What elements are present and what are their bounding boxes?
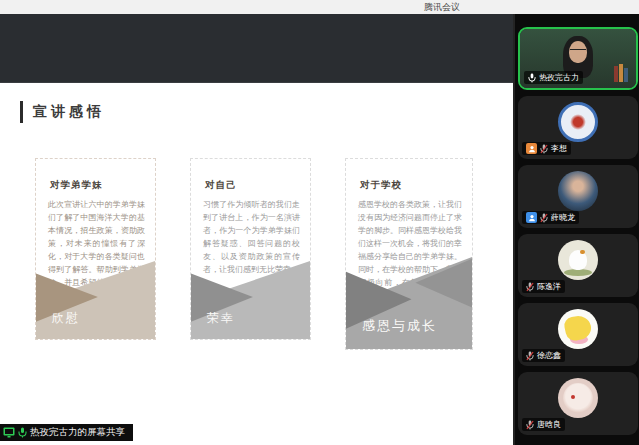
avatar-duck [558,240,598,280]
card-title: 对于学校 [360,179,402,192]
avatar-school-emblem [558,102,598,142]
slide-title: 宣讲感悟 [33,103,105,121]
mic-muted-icon [526,282,534,292]
card-artwork: 荣幸 [191,261,310,339]
share-banner-text: 热孜完古力的屏幕共享 [30,426,125,439]
slide-title-block: 宣讲感悟 [20,101,105,123]
name-pill: 热孜完古力 [524,71,583,84]
participant-name: 陈逸洋 [537,281,561,292]
meeting-window: 腾讯会议 宣讲感悟 对学弟学妹 此次宣讲让六中的学弟学妹们了解了中国海洋大学的基… [0,0,639,445]
participant-tile[interactable]: 唐晗良 [518,372,638,435]
participant-tile[interactable]: 热孜完古力 [518,27,638,90]
mic-on-icon [528,73,536,83]
name-pill: 薛晓龙 [522,211,579,224]
participant-name: 唐晗良 [537,419,561,430]
name-pill: 李想 [522,142,571,155]
card-title: 对自己 [205,179,237,192]
mic-muted-icon [526,351,534,361]
participant-name: 李想 [551,143,567,154]
card-title: 对学弟学妹 [50,179,103,192]
participants-sidebar[interactable]: 热孜完古力 李想 [513,14,639,445]
participant-tile[interactable]: 李想 [518,96,638,159]
card-artwork: 欣慰 [36,261,155,339]
card-keyword: 感恩与成长 [362,317,437,335]
card-keyword: 荣幸 [207,310,235,327]
participant-tile[interactable]: 薛晓龙 [518,165,638,228]
name-pill: 徐恋鑫 [522,349,565,362]
slide-card-juniors: 对学弟学妹 此次宣讲让六中的学弟学妹们了解了中国海洋大学的基本情况，招生政策，资… [35,158,156,340]
mic-muted-icon [540,144,548,154]
title-accent-bar [20,101,23,123]
presentation-letterbox [0,14,513,83]
avatar-photo [558,171,598,211]
mic-active-icon [18,427,27,438]
presentation-slide: 宣讲感悟 对学弟学妹 此次宣讲让六中的学弟学妹们了解了中国海洋大学的基本情况，招… [0,83,513,445]
avatar-star-character [558,309,598,349]
participant-tile[interactable]: 陈逸洋 [518,234,638,297]
participant-name: 热孜完古力 [539,72,579,83]
window-titlebar: 腾讯会议 [0,0,639,14]
screen-share-icon [3,427,15,438]
app-title: 腾讯会议 [424,1,460,14]
cohost-badge-icon [526,212,537,223]
screen-share-banner: 热孜完古力的屏幕共享 [0,424,133,441]
slide-card-school: 对于学校 感恩学校的各类政策，让我们没有因为经济问题而停止了求学的脚步。同样感恩… [345,158,473,350]
mic-muted-icon [540,213,548,223]
mic-muted-icon [526,420,534,430]
host-badge-icon [526,143,537,154]
slide-card-self: 对自己 习惯了作为倾听者的我们走到了讲台上，作为一名演讲者，作为一个为学弟学妹们… [190,158,311,340]
participant-name: 徐恋鑫 [537,350,561,361]
participant-name: 薛晓龙 [551,212,575,223]
card-artwork: 感恩与成长 [346,257,472,349]
bookshelf [614,66,618,82]
participant-tile[interactable]: 徐恋鑫 [518,303,638,366]
card-keyword: 欣慰 [52,310,80,327]
name-pill: 唐晗良 [522,418,565,431]
avatar-hamster [558,378,598,418]
screen-share-view: 宣讲感悟 对学弟学妹 此次宣讲让六中的学弟学妹们了解了中国海洋大学的基本情况，招… [0,14,513,445]
name-pill: 陈逸洋 [522,280,565,293]
